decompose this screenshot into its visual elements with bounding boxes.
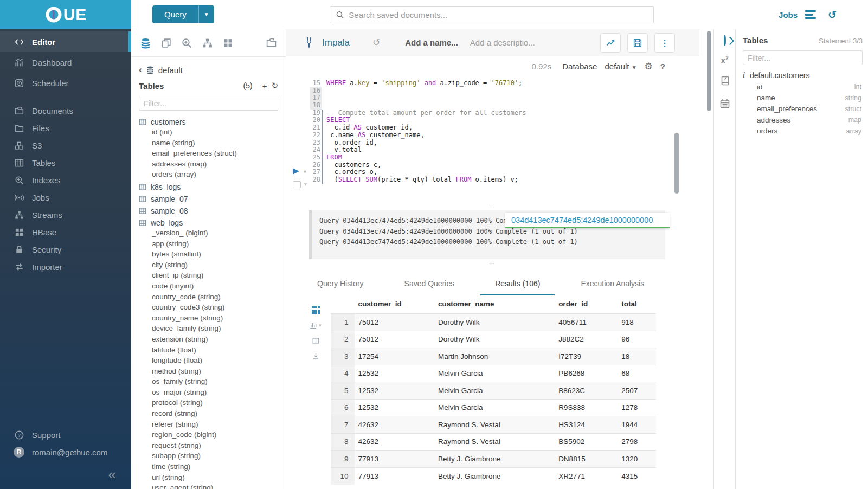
column-item[interactable]: country_name (string) bbox=[139, 314, 286, 325]
tab-execution-analysis[interactable]: Execution Analysis bbox=[566, 274, 659, 294]
column-item[interactable]: app (string) bbox=[139, 240, 286, 250]
column-item[interactable]: protocol (string) bbox=[139, 398, 286, 409]
query-button-label[interactable]: Query bbox=[152, 5, 198, 23]
column-item[interactable]: device_family (string) bbox=[139, 324, 286, 335]
databases-icon[interactable] bbox=[140, 37, 151, 49]
database-dropdown[interactable]: default ▼ bbox=[605, 62, 636, 71]
documents-copy-icon[interactable] bbox=[160, 37, 172, 49]
sidebar-item-support[interactable]: ? Support bbox=[0, 426, 131, 443]
active-table-name[interactable]: default.customers bbox=[750, 71, 810, 80]
column-item[interactable]: user_agent (string) bbox=[139, 484, 286, 489]
grid-view-icon[interactable] bbox=[312, 306, 320, 314]
back-chevron-icon[interactable]: ‹ bbox=[139, 65, 142, 75]
sidebar-item-indexes[interactable]: Indexes bbox=[0, 171, 131, 189]
column-item[interactable]: request (string) bbox=[139, 441, 286, 452]
sidebar-item-security[interactable]: Security bbox=[0, 241, 131, 258]
tab-query-history[interactable]: Query History bbox=[303, 274, 378, 294]
editor-scrollbar[interactable] bbox=[674, 133, 679, 194]
global-search[interactable] bbox=[330, 6, 654, 23]
column-item[interactable]: subapp (string) bbox=[139, 452, 286, 462]
page-scrollbar-thumb[interactable] bbox=[707, 31, 711, 111]
column-item[interactable]: city (string) bbox=[139, 261, 286, 272]
column-item[interactable]: longitude (float) bbox=[139, 356, 286, 367]
sidebar-item-importer[interactable]: Importer bbox=[0, 258, 131, 275]
tables-filter-input[interactable] bbox=[139, 96, 278, 111]
column-item[interactable]: country_code (string) bbox=[139, 293, 286, 304]
language-reference-icon[interactable] bbox=[719, 75, 730, 88]
restore-query-icon[interactable]: ↺ bbox=[372, 37, 380, 48]
column-item[interactable]: method (string) bbox=[139, 367, 286, 378]
documents-folder-icon[interactable] bbox=[266, 37, 277, 49]
sidebar-item-s3[interactable]: S3 bbox=[0, 137, 131, 154]
download-icon[interactable] bbox=[312, 352, 320, 360]
sidebar-item-user[interactable]: R romain@gethue.com bbox=[0, 443, 131, 461]
chart-view-icon[interactable]: ▼ bbox=[309, 321, 323, 330]
table-item-web_logs[interactable]: web_logs bbox=[139, 217, 286, 229]
current-database[interactable]: default bbox=[158, 66, 183, 75]
column-item[interactable]: url (string) bbox=[139, 473, 286, 484]
right-column-addresses[interactable]: addressesmap bbox=[743, 114, 863, 125]
chart-button[interactable] bbox=[600, 33, 621, 53]
sidebar-item-dashboard[interactable]: Dashboard bbox=[0, 52, 131, 73]
column-item[interactable]: addresses (map) bbox=[139, 160, 286, 171]
sidebar-item-documents[interactable]: Documents bbox=[0, 102, 131, 119]
right-column-id[interactable]: idint bbox=[743, 81, 863, 92]
sidebar-item-editor[interactable]: Editor bbox=[0, 31, 131, 52]
engine-name[interactable]: Impala bbox=[322, 37, 350, 48]
apps-grid-icon[interactable] bbox=[222, 37, 234, 49]
table-item-k8s_logs[interactable]: k8s_logs bbox=[139, 181, 286, 193]
minimap-caret-icon[interactable]: ▼ bbox=[303, 182, 308, 187]
functions-icon[interactable]: x2 bbox=[721, 55, 728, 66]
resize-handle-bottom[interactable]: ⋯ bbox=[286, 260, 699, 267]
table-row[interactable]: 175012Dorothy Wilk4056711918 bbox=[331, 314, 656, 331]
table-item-sample_08[interactable]: sample_08 bbox=[139, 205, 286, 217]
table-item-customers[interactable]: customers bbox=[139, 116, 286, 128]
hue-logo[interactable]: UE bbox=[0, 0, 131, 29]
assist-navigator-icon[interactable] bbox=[724, 36, 726, 46]
column-item[interactable]: orders (array) bbox=[139, 170, 286, 181]
execute-play-button[interactable]: ▶ bbox=[293, 166, 299, 176]
sql-code-editor[interactable]: 15WHERE a.key = 'shipping' and a.zip_cod… bbox=[286, 76, 699, 184]
add-table-icon[interactable]: + bbox=[262, 81, 267, 91]
sitemap-icon[interactable] bbox=[202, 37, 213, 49]
column-item[interactable]: record (string) bbox=[139, 409, 286, 420]
right-column-email_preferences[interactable]: email_preferencesstruct bbox=[743, 104, 863, 114]
table-row[interactable]: 842632Raymond S. VestalBS59022798 bbox=[331, 433, 656, 451]
right-filter-input[interactable] bbox=[743, 50, 863, 65]
column-item[interactable]: time (string) bbox=[139, 462, 286, 473]
table-row[interactable]: 412532Melvin GarciaPB626868 bbox=[331, 365, 656, 382]
help-icon[interactable]: ? bbox=[660, 62, 665, 71]
column-item[interactable]: os_major (string) bbox=[139, 388, 286, 399]
column-item[interactable]: name (string) bbox=[139, 139, 286, 150]
column-item[interactable]: region_code (bigint) bbox=[139, 430, 286, 441]
right-column-orders[interactable]: ordersarray bbox=[743, 126, 863, 137]
column-item[interactable]: bytes (smallint) bbox=[139, 250, 286, 261]
columns-view-icon[interactable] bbox=[312, 337, 320, 345]
sidebar-item-tables[interactable]: Tables bbox=[0, 154, 131, 171]
execute-options-caret-icon[interactable]: ▼ bbox=[303, 169, 307, 175]
column-item[interactable]: extension (string) bbox=[139, 335, 286, 346]
query-name-field[interactable]: Add a name... bbox=[405, 38, 458, 47]
tab-saved-queries[interactable]: Saved Queries bbox=[390, 274, 470, 294]
column-item[interactable]: email_preferences (struct) bbox=[139, 149, 286, 160]
query-history-icon[interactable]: ↺ bbox=[828, 9, 837, 21]
table-row[interactable]: 512532Melvin GarciaB8623C2507 bbox=[331, 382, 656, 400]
tab-results-106-[interactable]: Results (106) bbox=[480, 274, 555, 295]
jobs-link[interactable]: Jobs bbox=[779, 10, 798, 20]
column-header-total[interactable]: total bbox=[618, 295, 656, 314]
active-table-row[interactable]: i default.customers bbox=[743, 69, 863, 81]
column-item[interactable]: os_family (string) bbox=[139, 377, 286, 388]
save-button[interactable] bbox=[627, 33, 648, 53]
sidebar-item-files[interactable]: Files bbox=[0, 119, 131, 137]
sidebar-item-hbase[interactable]: HBase bbox=[0, 223, 131, 241]
refresh-tables-icon[interactable]: ↻ bbox=[271, 81, 278, 91]
table-row[interactable]: 1077913Betty J. GiambroneXR27714315 bbox=[331, 467, 656, 485]
sidebar-collapse-icon[interactable]: « bbox=[0, 461, 131, 489]
query-dropdown-caret-icon[interactable]: ▼ bbox=[198, 5, 214, 23]
column-header-customer_id[interactable]: customer_id bbox=[355, 295, 434, 314]
column-item[interactable]: client_ip (string) bbox=[139, 271, 286, 282]
column-header-order_id[interactable]: order_id bbox=[555, 295, 618, 314]
table-row[interactable]: 317254Martin JohnsonI72T3918 bbox=[331, 348, 656, 365]
search-input[interactable] bbox=[349, 10, 648, 20]
column-item[interactable]: id (int) bbox=[139, 128, 286, 139]
